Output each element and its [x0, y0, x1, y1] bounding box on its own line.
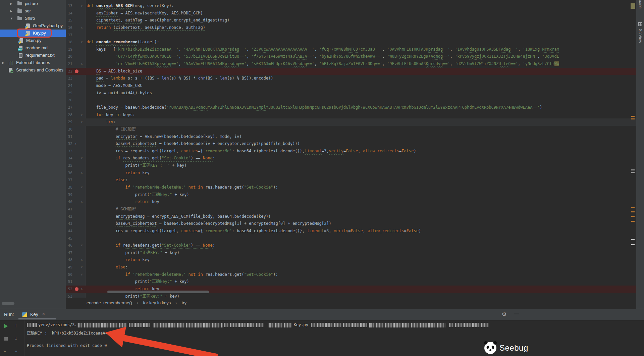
code-line-48[interactable]: 48∧ return key: [66, 256, 637, 264]
stop-icon[interactable]: [4, 337, 8, 341]
code-line-24[interactable]: 24 mode = AES.MODE_CBC: [66, 82, 637, 90]
collapse-arrow-icon[interactable]: ▼: [10, 17, 13, 20]
tree-item-ser[interactable]: ▶ser: [0, 7, 66, 15]
tree-item-requirement-txt[interactable]: requirement.txt: [0, 52, 66, 59]
line-number: 32: [66, 140, 72, 148]
run-console[interactable]: ↑ ↓ » » yenv/versions/3. Key.py 正确KEY : …: [0, 320, 644, 356]
code-line-42[interactable]: 42 encryptedMsg = encrypt_AES_GCM(file_b…: [66, 213, 637, 220]
expand-more-icon[interactable]: »: [15, 349, 17, 354]
code-line-15[interactable]: 15 ciphertext, authTag = aesCipher.encry…: [66, 17, 637, 24]
code-line-27[interactable]: 27 file_body = base64.b64decode('rO0ABXN…: [66, 104, 637, 111]
fold-marker-icon[interactable]: ∨: [81, 184, 83, 191]
fold-marker-icon[interactable]: ∧: [81, 24, 83, 32]
line-number: 53: [66, 293, 72, 298]
line-number: 46: [66, 242, 72, 249]
expand-arrow-icon[interactable]: ▶: [2, 61, 4, 64]
code-text: print("正确key:" + key): [87, 191, 189, 199]
line-number: 39: [66, 191, 72, 199]
code-line-26[interactable]: 26: [66, 97, 637, 104]
line-number: 24: [66, 82, 72, 90]
expand-arrow-icon[interactable]: ▶: [10, 2, 12, 5]
code-line-53[interactable]: 53 print("正确key:" + key): [66, 293, 637, 298]
code-line-20[interactable]: 20 'OY//C4rhfwNxCQAQCrQQ1Q==', '5J7bIJIV…: [66, 53, 637, 60]
code-line-25[interactable]: 25 iv = uuid.uuid4().bytes: [66, 90, 637, 97]
tree-item-scratches-and-consoles[interactable]: Scratches and Consoles: [0, 66, 66, 74]
tree-item-external-libraries[interactable]: ▶External Libraries: [0, 59, 66, 66]
code-line-51[interactable]: 51 print("正确key:" + key): [66, 278, 637, 286]
project-tree-hscrollbar[interactable]: [2, 302, 14, 305]
fold-marker-icon[interactable]: ∧: [81, 60, 83, 68]
code-line-38[interactable]: 38∨ if 'rememberMe=deleteMe;' not in res…: [66, 184, 637, 191]
run-tab-key[interactable]: Key: [30, 312, 38, 317]
expand-arrow-icon[interactable]: ▶: [10, 9, 12, 13]
fold-marker-icon[interactable]: ∨: [81, 264, 83, 271]
line-number: 49: [66, 264, 72, 271]
code-line-30[interactable]: 30 # CBC加密: [66, 126, 637, 133]
close-icon[interactable]: ×: [42, 311, 45, 316]
breadcrumb-item[interactable]: encode_rememberme(): [87, 300, 132, 305]
fold-marker-icon[interactable]: ∨: [81, 242, 83, 249]
tool-button-sciview[interactable]: SciView: [638, 29, 643, 43]
code-line-17[interactable]: 17: [66, 32, 637, 39]
code-line-28[interactable]: 28∨ for key in keys:: [66, 111, 637, 119]
code-line-44[interactable]: 44 res = requests.get(target, cookies={'…: [66, 227, 637, 235]
tree-item-shiro[interactable]: ▼Shiro: [0, 15, 66, 22]
tree-item-main-py[interactable]: Main.py: [0, 37, 66, 44]
code-line-41[interactable]: 41 # GCM加密: [66, 206, 637, 213]
code-line-18[interactable]: 18∨def encode_rememberme(target):: [66, 39, 637, 46]
code-text: if res.headers.get("Set-Cookie") == None…: [87, 155, 215, 162]
fold-marker-icon[interactable]: ∨: [81, 2, 83, 10]
code-line-29[interactable]: 29∨ try:: [66, 118, 637, 126]
code-line-32[interactable]: 32✓ base64_ciphertext = base64.b64encode…: [66, 140, 637, 148]
tree-item-readme-md[interactable]: MDreadme.md: [0, 44, 66, 52]
code-line-31[interactable]: 31 encryptor = AES.new(base64.b64decode(…: [66, 133, 637, 141]
code-line-34[interactable]: 34∨ if res.headers.get("Set-Cookie") == …: [66, 155, 637, 162]
fold-marker-icon[interactable]: ∧: [81, 286, 83, 293]
fold-marker-icon[interactable]: ∨: [81, 118, 83, 126]
code-line-35[interactable]: 35 print("正确KEY : " + key): [66, 162, 637, 169]
code-line-33[interactable]: 33 res = requests.get(target, cookies={'…: [66, 148, 637, 155]
code-line-14[interactable]: 14 aesCipher = AES.new(secretKey, AES.MO…: [66, 10, 637, 17]
code-line-40[interactable]: 40∧ return key: [66, 198, 637, 206]
code-editor[interactable]: 13∨def encrypt_AES_GCM(msg, secretKey):1…: [66, 0, 637, 298]
tool-button-database[interactable]: Database: [638, 0, 643, 8]
code-line-46[interactable]: 46∨ if res.headers.get("Set-Cookie") == …: [66, 242, 637, 249]
fold-marker-icon[interactable]: ∨: [81, 111, 83, 119]
code-line-47[interactable]: 47 print("正确KEY:" + key): [66, 249, 637, 257]
code-line-16[interactable]: 16∧ return (ciphertext, aesCipher.nonce,…: [66, 24, 637, 32]
code-line-13[interactable]: 13∨def encrypt_AES_GCM(msg, secretKey):: [66, 2, 637, 10]
breakpoint-icon[interactable]: [75, 69, 78, 73]
down-arrow-icon[interactable]: ↓: [15, 335, 17, 341]
breadcrumb-item[interactable]: for key in keys: [143, 300, 171, 305]
minimize-icon[interactable]: —: [514, 310, 519, 316]
gear-icon[interactable]: ⚙: [502, 311, 506, 317]
code-line-23[interactable]: 23 pad = lambda s: s + ((BS - len(s) % B…: [66, 75, 637, 82]
breakpoint-icon[interactable]: [75, 287, 78, 291]
breadcrumb-item[interactable]: try: [182, 300, 186, 305]
fold-marker-icon[interactable]: ∧: [81, 256, 83, 264]
tree-item-picture[interactable]: ▶picture: [0, 0, 66, 7]
editor-hscrollbar[interactable]: [107, 291, 209, 293]
up-arrow-icon[interactable]: ↑: [15, 322, 17, 328]
tree-item-key-py[interactable]: Key.py: [0, 30, 66, 37]
rerun-icon[interactable]: [4, 324, 8, 328]
code-line-49[interactable]: 49∨ else:: [66, 264, 637, 271]
fold-marker-icon[interactable]: ∨: [81, 271, 83, 278]
code-line-39[interactable]: 39 print("正确key:" + key): [66, 191, 637, 199]
code-line-37[interactable]: 37 else:: [66, 176, 637, 184]
expand-more-icon[interactable]: »: [3, 349, 5, 354]
code-line-43[interactable]: 43 base64_ciphertext = base64.b64encode(…: [66, 220, 637, 227]
code-line-50[interactable]: 50∨ if 'rememberMe=deleteMe;' not in res…: [66, 271, 637, 278]
fold-marker-icon[interactable]: ∧: [81, 198, 83, 206]
fold-marker-icon[interactable]: ∨: [81, 155, 83, 162]
code-line-36[interactable]: 36∧ return key: [66, 169, 637, 177]
code-line-19[interactable]: 19 keys = ['kPH+bIxk5D2deZiIxcaaaA==', '…: [66, 46, 637, 53]
code-line-21[interactable]: 21∧ 'ertVhmFLUs0KTA3Kprsdag==', '5AvVhmF…: [66, 60, 637, 68]
code-lines: 13∨def encrypt_AES_GCM(msg, secretKey):1…: [66, 2, 637, 298]
code-line-22[interactable]: 22 BS = AES.block_size: [66, 68, 637, 75]
code-line-45[interactable]: 45: [66, 235, 637, 242]
fold-marker-icon[interactable]: ∨: [81, 39, 83, 46]
folder-icon: [17, 17, 22, 20]
fold-marker-icon[interactable]: ∧: [81, 169, 83, 177]
line-number: 20: [66, 53, 72, 60]
